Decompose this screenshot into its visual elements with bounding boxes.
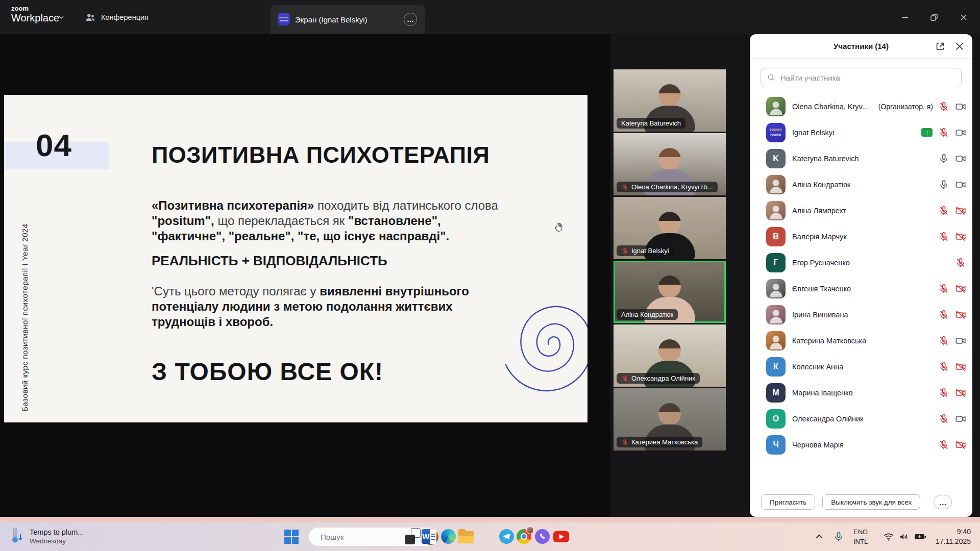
avatar-logo: ФЕНОМЕНPOSITUM: [766, 128, 786, 138]
zoom-workplace-logo: zoom Workplace: [11, 5, 59, 23]
edge-icon[interactable]: [441, 529, 456, 544]
desktop-wallpaper-strip: [0, 517, 980, 522]
mic-muted-icon: [938, 335, 949, 346]
participant-row[interactable]: Г Егор Русначенко: [750, 249, 972, 276]
speaker-icon[interactable]: [898, 531, 910, 542]
youtube-icon[interactable]: [553, 529, 569, 544]
participant-row[interactable]: Ч Чернова Марія: [750, 432, 972, 458]
video-tile[interactable]: Катерина Матковська: [614, 388, 726, 450]
video-tile[interactable]: Олександра Олійник: [614, 324, 726, 387]
participant-row[interactable]: Olena Charkina, Kryv... (Организатор, я): [750, 93, 972, 119]
video-tile[interactable]: Kateryna Baturevich: [614, 69, 726, 132]
tray-date: 17.11.2025: [924, 537, 971, 546]
tab-more-button[interactable]: …: [404, 13, 417, 26]
participant-search: [761, 68, 962, 87]
tab-screen-share[interactable]: ФЕНОМЕН POSITUM Экран (Ignat Belskyi) …: [271, 5, 425, 34]
participant-row[interactable]: В Валерія Марчук: [750, 223, 972, 249]
minimize-button[interactable]: [893, 0, 917, 34]
mic-muted-icon: [955, 257, 966, 268]
word-icon[interactable]: W: [422, 529, 437, 544]
avatar-letter: Ч: [773, 440, 778, 449]
participant-status-icons: [938, 387, 966, 398]
avatar: [766, 175, 786, 194]
tab-meeting[interactable]: Конференция: [78, 0, 156, 34]
camera-on-icon: [955, 413, 966, 424]
participant-name: Колесник Анна: [792, 363, 843, 371]
mic-muted-icon: [938, 361, 949, 372]
avatar-photo-silhouette: [773, 284, 779, 290]
participant-row[interactable]: ФЕНОМЕНPOSITUM Ignat Belskyi ↑: [750, 119, 972, 145]
panel-more-button[interactable]: …: [934, 495, 952, 509]
participant-row[interactable]: Євгенія Ткаченко: [750, 276, 972, 302]
weather-title: Temps to plum...: [30, 528, 84, 536]
participant-row[interactable]: K Kateryna Baturevich: [750, 145, 972, 171]
chevron-down-icon[interactable]: [57, 13, 65, 21]
video-name-label: Катерина Матковська: [617, 437, 702, 447]
viber-icon[interactable]: [535, 529, 550, 544]
language-indicator[interactable]: ENG INTL: [853, 527, 868, 546]
participants-list: Olena Charkina, Kryv... (Организатор, я)…: [750, 93, 972, 458]
avatar-letter: K: [773, 154, 779, 163]
clock[interactable]: 9:40 17.11.2025: [924, 527, 971, 546]
video-tile[interactable]: Olena Charkina, Kryvyi Ri...: [614, 133, 726, 195]
video-tile[interactable]: Ignat Belskyi: [614, 197, 726, 259]
search-icon: [767, 73, 776, 82]
participant-row[interactable]: Аліна Кондратюк: [750, 171, 972, 197]
slide-side-caption: Базовий курс позитивної психотерапії І Y…: [20, 201, 32, 412]
participant-status-icons: [938, 439, 966, 450]
video-participant-name: Ignat Belskyi: [631, 247, 669, 255]
avatar: О: [766, 409, 786, 429]
tray-mic-icon[interactable]: [833, 531, 844, 542]
weather-widget[interactable]: Temps to plum... Wednesday: [9, 527, 84, 546]
taskbar: Temps to plum... Wednesday W zoom: [0, 522, 980, 551]
participants-footer: Пригласить Выключить звук для всех …: [750, 487, 972, 517]
participant-video-silhouette: [658, 148, 681, 170]
spiral-decoration: [490, 293, 587, 410]
invite-button[interactable]: Пригласить: [761, 494, 815, 510]
participant-name: Olena Charkina, Kryv...: [792, 103, 868, 111]
thermometer-icon: [9, 527, 24, 546]
file-explorer-icon[interactable]: [458, 529, 474, 544]
participant-name: Марина Іващенко: [792, 389, 853, 397]
avatar-photo-silhouette: [773, 180, 779, 186]
close-panel-icon[interactable]: [954, 41, 965, 52]
screen: zoom Workplace Конференция ФЕНОМЕН POSIT…: [0, 0, 980, 551]
close-button[interactable]: [952, 0, 975, 34]
camera-off-icon: [955, 361, 966, 372]
participant-status-icons: [938, 361, 966, 372]
people-icon: [85, 12, 96, 23]
participant-row[interactable]: М Марина Іващенко: [750, 380, 972, 406]
restore-button[interactable]: [922, 0, 946, 34]
video-name-label: Olena Charkina, Kryvyi Ri...: [617, 182, 718, 192]
tray-chevron-up-icon[interactable]: [814, 531, 825, 542]
chrome-icon[interactable]: [517, 529, 532, 544]
hand-cursor: [553, 221, 565, 233]
participant-row[interactable]: Аліна Лямпрехт: [750, 197, 972, 223]
avatar-photo-silhouette: [773, 310, 779, 316]
avatar: [766, 305, 786, 324]
camera-on-icon: [955, 153, 966, 164]
slide-number: 04: [36, 130, 72, 161]
search-input[interactable]: [761, 68, 962, 87]
mic-muted-icon: [621, 184, 628, 191]
participant-row[interactable]: Ірина Вишивана: [750, 302, 972, 328]
start-button[interactable]: [284, 529, 299, 544]
participant-name: Чернова Марія: [792, 441, 844, 449]
participant-row[interactable]: К Колесник Анна: [750, 354, 972, 380]
wifi-icon[interactable]: [883, 531, 894, 542]
slide-title: ПОЗИТИВНА ПСИХОТЕРАПІЯ: [152, 142, 489, 168]
participant-row[interactable]: Катерина Матковська: [750, 328, 972, 354]
task-view-button[interactable]: [404, 529, 420, 544]
video-thumbnail-strip: Kateryna Baturevich Olena Charkina, Kryv…: [614, 69, 726, 452]
video-participant-name: Аліна Кондратюк: [621, 311, 673, 318]
telegram-icon[interactable]: [499, 529, 514, 544]
participants-header: Участники (14): [750, 34, 972, 59]
camera-on-icon: [955, 101, 966, 112]
pop-out-icon[interactable]: [935, 41, 946, 52]
participant-row[interactable]: О Олександра Олійник: [750, 406, 972, 432]
video-participant-name: Катерина Матковська: [631, 438, 698, 446]
mute-all-button[interactable]: Выключить звук для всех: [822, 494, 920, 510]
participant-video-silhouette: [658, 212, 681, 234]
video-tile[interactable]: Аліна Кондратюк: [614, 261, 726, 323]
slide-big-statement: З ТОБОЮ ВСЕ ОК!: [152, 358, 383, 386]
